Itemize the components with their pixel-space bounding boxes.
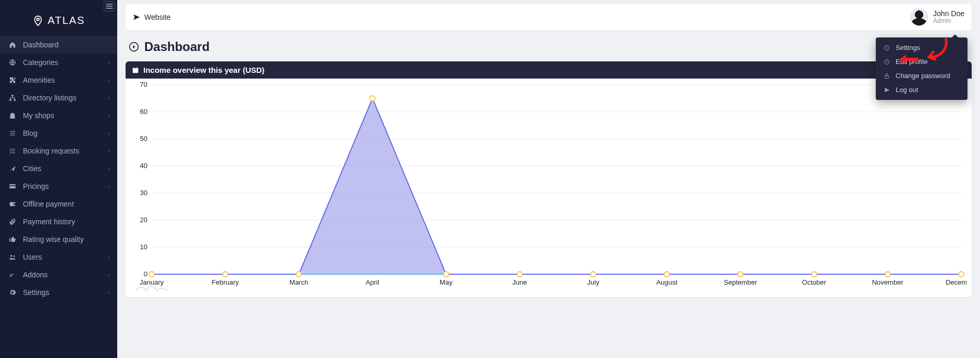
avatar: [910, 8, 928, 26]
card-header: Income overview this year (USD): [126, 61, 972, 79]
svg-point-43: [222, 272, 228, 277]
chevron-right-icon: ›: [108, 272, 110, 278]
sidebar-item-label: Offline payment: [23, 200, 74, 208]
svg-text:30: 30: [140, 189, 147, 197]
svg-point-53: [959, 272, 964, 277]
profile-menu-label: Change password: [896, 72, 950, 80]
topbar: Website John Doe Admin: [126, 4, 972, 30]
lock-icon: [883, 73, 890, 79]
location-icon: [7, 165, 18, 172]
sidebar-item-dashboard[interactable]: Dashboard: [0, 36, 117, 54]
svg-point-46: [443, 272, 449, 277]
sidebar-item-pricings[interactable]: Pricings›: [0, 177, 117, 195]
svg-text:February: February: [212, 278, 239, 286]
sidebar-item-rating-wise-quality[interactable]: Rating wise quality: [0, 231, 117, 248]
svg-point-0: [36, 18, 39, 20]
chevron-right-icon: ›: [108, 254, 110, 260]
sidebar-item-my-shops[interactable]: My shops›: [0, 107, 117, 124]
brand[interactable]: ATLAS: [0, 0, 117, 36]
svg-text:10: 10: [140, 243, 147, 251]
sidebar-item-settings[interactable]: Settings›: [0, 284, 117, 301]
profile-menu-settings[interactable]: Settings: [876, 41, 967, 55]
svg-point-42: [149, 272, 154, 277]
svg-rect-6: [9, 185, 16, 186]
svg-rect-68: [885, 75, 889, 78]
sidebar-item-label: Pricings: [23, 182, 49, 190]
sidebar-item-blog[interactable]: Blog›: [0, 124, 117, 142]
list-icon: [7, 130, 18, 137]
svg-point-44: [296, 272, 302, 277]
svg-rect-14: [133, 68, 139, 69]
svg-text:April: April: [366, 278, 379, 286]
profile-menu-edit-profile[interactable]: Edit profile: [876, 55, 967, 69]
svg-point-50: [738, 272, 743, 277]
sidebar-item-label: Rating wise quality: [23, 235, 84, 244]
chevron-right-icon: ›: [108, 289, 110, 296]
main-content: Website John Doe Admin Dashboard Income …: [117, 0, 980, 358]
sidebar: ATLAS DashboardCategories›Amenities›Dire…: [0, 0, 117, 358]
chevron-right-icon: ›: [108, 148, 110, 154]
sidebar-item-offline-payment[interactable]: Offline payment: [0, 195, 117, 213]
sidebar-item-users[interactable]: Users›: [0, 248, 117, 266]
svg-point-52: [885, 272, 890, 277]
plane-icon: [883, 87, 890, 93]
svg-point-51: [811, 272, 816, 277]
svg-point-48: [591, 272, 596, 277]
clock-icon: [883, 45, 890, 51]
sidebar-item-label: Categories: [23, 58, 58, 67]
user-role: Admin: [933, 18, 964, 24]
calendar-icon: [132, 67, 139, 74]
thumb-icon: [7, 236, 18, 243]
clock-icon: [883, 59, 890, 65]
chevron-right-icon: ›: [108, 183, 110, 189]
page-title: Dashboard: [144, 40, 209, 54]
chevron-right-icon: ›: [108, 95, 110, 101]
gear-icon: [7, 289, 18, 296]
svg-rect-2: [11, 95, 14, 96]
svg-text:60: 60: [140, 108, 147, 116]
sidebar-toggle-button[interactable]: [104, 1, 115, 11]
sidebar-item-payment-history[interactable]: Payment history: [0, 213, 117, 231]
sidebar-item-booking-requests[interactable]: Booking requests›: [0, 142, 117, 160]
sidebar-item-label: Dashboard: [23, 41, 59, 49]
svg-point-49: [664, 272, 669, 277]
svg-text:70: 70: [140, 82, 147, 88]
sitemap-icon: [7, 94, 18, 101]
sidebar-item-cities[interactable]: Cities›: [0, 160, 117, 177]
svg-point-9: [10, 255, 13, 257]
sidebar-item-amenities[interactable]: Amenities›: [0, 71, 117, 89]
chevron-right-icon: ›: [108, 59, 110, 66]
sidebar-item-label: Addons: [23, 271, 47, 279]
x2-icon: x²: [7, 271, 18, 278]
profile-menu-label: Settings: [896, 44, 920, 52]
svg-rect-8: [14, 203, 16, 205]
bag-icon: [7, 112, 18, 119]
sidebar-item-addons[interactable]: x²Addons›: [0, 266, 117, 284]
user-menu-trigger[interactable]: John Doe Admin: [910, 8, 964, 26]
profile-menu-log-out[interactable]: Log out: [876, 83, 967, 97]
chevron-right-icon: ›: [108, 112, 110, 119]
chevron-right-icon: ›: [108, 77, 110, 83]
svg-text:November: November: [872, 278, 904, 286]
svg-text:December: December: [946, 278, 966, 286]
card-icon: [7, 183, 18, 190]
users-icon: [7, 253, 18, 261]
sidebar-item-label: My shops: [23, 111, 54, 120]
page-header: Dashboard: [126, 30, 972, 61]
brand-pin-icon: [32, 15, 44, 27]
svg-text:August: August: [656, 278, 678, 286]
sidebar-item-label: Directory listings: [23, 94, 77, 102]
website-link[interactable]: Website: [133, 13, 170, 21]
sidebar-item-label: Settings: [23, 288, 49, 297]
sidebar-item-label: Users: [23, 253, 42, 261]
sidebar-item-directory-listings[interactable]: Directory listings›: [0, 89, 117, 107]
profile-dropdown: SettingsEdit profileChange passwordLog o…: [876, 37, 967, 100]
svg-point-47: [517, 272, 522, 277]
svg-text:0: 0: [144, 270, 147, 278]
svg-text:October: October: [802, 278, 826, 286]
sidebar-item-categories[interactable]: Categories›: [0, 54, 117, 71]
svg-text:May: May: [440, 278, 453, 286]
wallet-icon: [7, 200, 18, 208]
svg-point-10: [13, 255, 15, 257]
profile-menu-change-password[interactable]: Change password: [876, 69, 967, 83]
